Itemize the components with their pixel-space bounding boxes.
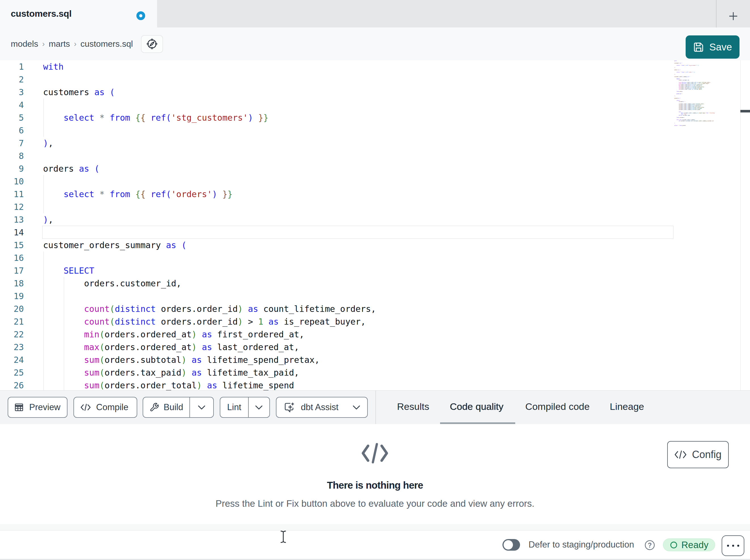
build-options-button[interactable] [190, 397, 213, 417]
line-number: 26 [0, 379, 24, 390]
dbt-assist-button[interactable]: dbt Assist [276, 397, 368, 418]
code-line: count(distinct orders.order_id) > 1 as i… [43, 315, 673, 328]
panel-tab-label: Results [397, 401, 429, 412]
line-number: 6 [0, 124, 24, 137]
code-line: from customers [674, 117, 680, 118]
code-line: customers as ( [674, 63, 680, 64]
line-number: 15 [0, 239, 24, 251]
new-tab-button[interactable] [725, 9, 742, 23]
panel-tab-label: Lineage [610, 401, 644, 412]
line-number: 7 [0, 137, 24, 149]
more-options-button[interactable] [722, 535, 744, 556]
panel-tab-lineage[interactable]: Lineage [610, 391, 644, 422]
ellipsis-icon [737, 545, 739, 547]
line-number-gutter: 1234567891011121314151617181920212223242… [0, 60, 24, 390]
breadcrumb-separator-icon: › [74, 40, 77, 48]
code-line: ), [43, 137, 673, 149]
code-line [43, 201, 673, 213]
line-number: 20 [0, 303, 24, 315]
editor-tab-bar: customers.sql [0, 0, 750, 27]
breadcrumb-item-models[interactable]: models [11, 39, 38, 49]
lint-options-button[interactable] [249, 397, 269, 417]
code-line [43, 251, 673, 264]
indent-guide [43, 99, 44, 137]
line-number: 12 [0, 201, 24, 213]
breadcrumb-item-marts[interactable]: marts [49, 39, 70, 49]
indent-guide [43, 175, 44, 213]
code-line: select * from joined [674, 125, 680, 126]
line-number: 23 [0, 341, 24, 353]
code-line [43, 99, 673, 111]
panel-tab-label: Code quality [450, 401, 503, 412]
line-number: 2 [0, 73, 24, 86]
code-line: min(orders.ordered_at) as first_ordered_… [43, 328, 673, 341]
plus-icon [729, 12, 738, 21]
unsaved-changes-indicator-icon [136, 11, 145, 20]
code-line: orders.customer_id, [674, 80, 680, 81]
line-number: 1 [0, 60, 24, 73]
help-icon[interactable]: ? [645, 540, 655, 552]
preview-button[interactable]: Preview [8, 397, 67, 418]
tab-bar-divider [716, 0, 716, 27]
panel-tab-code-quality[interactable]: Code quality [450, 391, 503, 422]
code-line: select * from {{ ref('orders') }} [43, 188, 673, 201]
code-line: sum(orders.tax_paid) as lifetime_tax_pai… [43, 366, 673, 379]
build-button[interactable]: Build [143, 397, 190, 417]
assist-chat-icon [284, 402, 295, 413]
defer-toggle-label: Defer to staging/production [529, 531, 634, 559]
code-line: select * from {{ ref('stg_customers') }} [674, 65, 680, 66]
code-line: from orders [674, 91, 680, 92]
chevron-down-icon [353, 405, 360, 410]
line-number: 10 [0, 175, 24, 188]
chevron-down-icon [255, 405, 263, 410]
line-number: 19 [0, 290, 24, 303]
toolbar-divider [375, 391, 376, 424]
line-number: 16 [0, 251, 24, 264]
panel-tab-results[interactable]: Results [397, 391, 429, 422]
save-button[interactable]: Save [686, 36, 739, 59]
line-number: 14 [0, 226, 24, 239]
line-number: 25 [0, 366, 24, 379]
breadcrumb-item-customers-sql[interactable]: customers.sql [81, 39, 133, 49]
code-line: orders as ( [43, 162, 673, 175]
code-line: customer_orders_summary.lifetime_spend, [674, 109, 680, 110]
wrench-icon [150, 402, 159, 412]
compass-icon [146, 38, 158, 50]
code-line: on customers.customer_id = customer_orde… [674, 120, 680, 122]
build-split-button: Build [143, 397, 214, 418]
code-line: orders.customer_id, [43, 277, 673, 290]
code-icon [80, 403, 91, 412]
editor-minimap[interactable]: with customers as ( select * from {{ ref… [674, 60, 731, 145]
panel-tab-compiled-code[interactable]: Compiled code [526, 391, 590, 422]
code-line [43, 175, 673, 188]
line-number: 22 [0, 328, 24, 341]
panel-tab-label: Compiled code [526, 401, 590, 412]
compile-button[interactable]: Compile [74, 397, 137, 418]
code-line: customers.*, [674, 101, 680, 102]
lint-button[interactable]: Lint [220, 397, 248, 417]
file-tab-customers-sql[interactable]: customers.sql [0, 0, 157, 27]
build-button-label: Build [164, 402, 183, 412]
config-button[interactable]: Config [667, 441, 729, 468]
code-line: orders as ( [674, 69, 680, 70]
open-lineage-button[interactable] [141, 35, 163, 53]
breadcrumb-separator-icon: › [42, 40, 45, 48]
code-line: joined as ( [674, 98, 680, 99]
ellipsis-icon [732, 545, 734, 547]
defer-toggle[interactable] [502, 539, 520, 551]
code-line: select * from {{ ref('stg_customers') }} [43, 111, 673, 124]
config-button-label: Config [692, 449, 722, 461]
indent-guide [43, 251, 44, 390]
line-number: 9 [0, 162, 24, 175]
code-line: customer_orders_summary as ( [43, 239, 673, 251]
code-editor[interactable]: 1234567891011121314151617181920212223242… [0, 60, 750, 390]
svg-text:?: ? [648, 542, 652, 549]
preview-button-label: Preview [29, 402, 67, 412]
save-button-label: Save [709, 41, 732, 53]
status-circle-icon [670, 541, 677, 549]
line-number: 8 [0, 149, 24, 162]
floppy-disk-icon [693, 42, 704, 53]
breadcrumb: models › marts › customers.sql [11, 27, 163, 60]
indent-guide [64, 277, 64, 390]
line-number: 13 [0, 213, 24, 226]
